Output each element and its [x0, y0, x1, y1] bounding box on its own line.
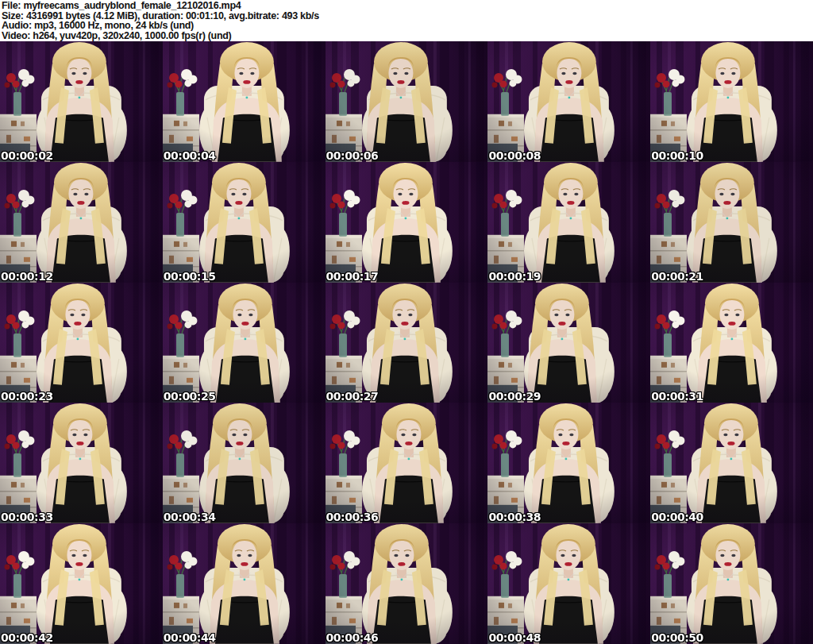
video-frame-thumbnail: 00:00:21 — [650, 162, 813, 283]
frame-photo — [163, 283, 326, 403]
video-value: h264, yuv420p, 320x240, 1000.00 fps(r) (… — [33, 30, 231, 41]
video-frame-thumbnail: 00:00:29 — [487, 283, 650, 403]
video-frame-thumbnail: 00:00:31 — [650, 283, 813, 403]
video-frame-thumbnail: 00:00:02 — [0, 41, 163, 162]
frame-photo — [326, 523, 488, 644]
frame-timestamp: 00:00:21 — [651, 271, 703, 283]
frame-timestamp: 00:00:42 — [1, 632, 53, 644]
frame-timestamp: 00:00:25 — [164, 391, 216, 403]
frame-timestamp: 00:00:50 — [651, 632, 703, 644]
frame-photo — [650, 523, 813, 644]
frame-timestamp: 00:00:17 — [326, 271, 379, 283]
frame-photo — [163, 162, 326, 283]
video-frame-thumbnail: 00:00:17 — [326, 162, 488, 283]
frame-photo — [326, 41, 488, 162]
frame-photo — [0, 162, 163, 283]
thumbnail-grid: 00:00:02 — [0, 41, 813, 644]
video-frame-thumbnail: 00:00:27 — [326, 283, 488, 403]
frame-timestamp: 00:00:36 — [326, 511, 379, 523]
video-frame-thumbnail: 00:00:08 — [487, 41, 650, 162]
video-frame-thumbnail: 00:00:36 — [326, 403, 488, 523]
frame-timestamp: 00:00:12 — [1, 271, 53, 283]
video-frame-thumbnail: 00:00:19 — [487, 162, 650, 283]
video-frame-thumbnail: 00:00:04 — [163, 41, 326, 162]
frame-timestamp: 00:00:31 — [651, 391, 703, 403]
frame-photo — [487, 403, 650, 523]
frame-photo — [163, 41, 326, 162]
frame-timestamp: 00:00:48 — [488, 632, 541, 644]
frame-photo — [487, 41, 650, 162]
frame-photo — [326, 403, 488, 523]
frame-timestamp: 00:00:06 — [326, 150, 379, 162]
frame-timestamp: 00:00:08 — [488, 150, 541, 162]
frame-photo — [650, 41, 813, 162]
frame-timestamp: 00:00:02 — [1, 150, 53, 162]
frame-timestamp: 00:00:34 — [164, 511, 216, 523]
frame-photo — [650, 162, 813, 283]
frame-photo — [0, 523, 163, 644]
frame-photo — [163, 403, 326, 523]
frame-timestamp: 00:00:19 — [488, 271, 541, 283]
frame-photo — [326, 283, 488, 403]
video-frame-thumbnail: 00:00:44 — [163, 523, 326, 644]
video-frame-thumbnail: 00:00:48 — [487, 523, 650, 644]
frame-photo — [650, 403, 813, 523]
frame-timestamp: 00:00:23 — [1, 391, 53, 403]
frame-photo — [487, 523, 650, 644]
video-frame-thumbnail: 00:00:38 — [487, 403, 650, 523]
video-frame-thumbnail: 00:00:12 — [0, 162, 163, 283]
frame-photo — [487, 162, 650, 283]
frame-timestamp: 00:00:40 — [651, 511, 703, 523]
video-frame-thumbnail: 00:00:33 — [0, 403, 163, 523]
frame-timestamp: 00:00:15 — [164, 271, 216, 283]
frame-timestamp: 00:00:27 — [326, 391, 379, 403]
video-frame-thumbnail: 00:00:42 — [0, 523, 163, 644]
frame-photo — [326, 162, 488, 283]
video-frame-thumbnail: 00:00:15 — [163, 162, 326, 283]
frame-photo — [487, 283, 650, 403]
video-frame-thumbnail: 00:00:06 — [326, 41, 488, 162]
video-frame-thumbnail: 00:00:23 — [0, 283, 163, 403]
frame-photo — [650, 283, 813, 403]
video-frame-thumbnail: 00:00:46 — [326, 523, 488, 644]
frame-timestamp: 00:00:29 — [488, 391, 541, 403]
video-frame-thumbnail: 00:00:34 — [163, 403, 326, 523]
video-label: Video: — [2, 30, 30, 41]
frame-timestamp: 00:00:33 — [1, 511, 53, 523]
frame-photo — [0, 41, 163, 162]
frame-timestamp: 00:00:10 — [651, 150, 703, 162]
frame-timestamp: 00:00:38 — [488, 511, 541, 523]
frame-timestamp: 00:00:04 — [164, 150, 216, 162]
frame-photo — [163, 523, 326, 644]
frame-timestamp: 00:00:46 — [326, 632, 379, 644]
media-info-header: File: myfreecams_audryblond_female_12102… — [0, 0, 813, 41]
video-frame-thumbnail: 00:00:40 — [650, 403, 813, 523]
frame-photo — [0, 403, 163, 523]
video-frame-thumbnail: 00:00:10 — [650, 41, 813, 162]
video-frame-thumbnail: 00:00:50 — [650, 523, 813, 644]
frame-photo — [0, 283, 163, 403]
video-frame-thumbnail: 00:00:25 — [163, 283, 326, 403]
frame-timestamp: 00:00:44 — [164, 632, 216, 644]
video-info-line: Video: h264, yuv420p, 320x240, 1000.00 f… — [2, 31, 813, 41]
